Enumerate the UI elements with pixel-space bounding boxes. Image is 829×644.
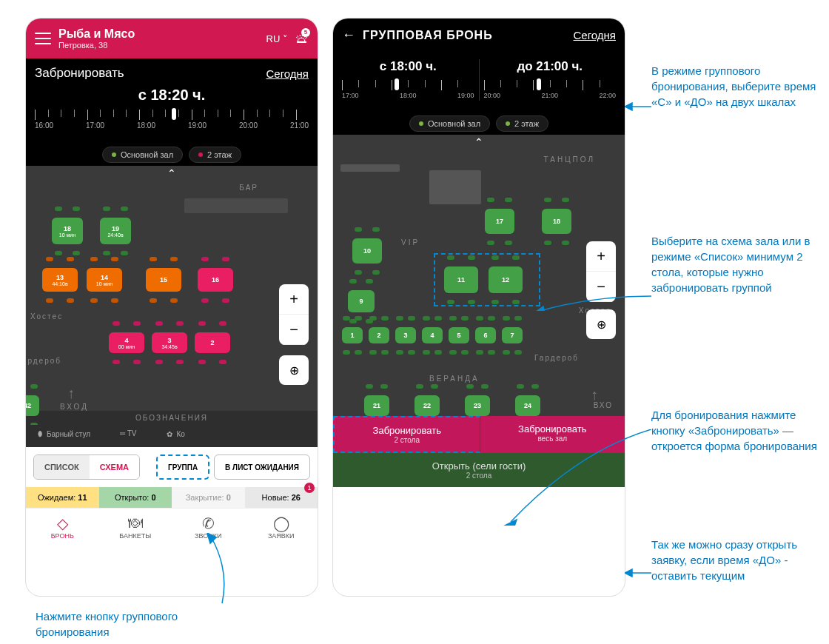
table-5[interactable]: 5 xyxy=(449,327,469,343)
header: Рыба и Мясо Петровка, 38 RU ˅ 🛎5 xyxy=(26,19,318,58)
stat-new[interactable]: Новые: 261 xyxy=(245,487,318,508)
hall-main[interactable]: Основной зал xyxy=(102,147,183,163)
table-3[interactable]: 334:45в xyxy=(152,332,187,353)
banquet-icon: 🍽 xyxy=(99,514,172,532)
from-time: с 18:00 ч. xyxy=(342,59,474,74)
hall-chips: Основной зал 2 этаж xyxy=(26,139,318,166)
collapse-icon[interactable]: ⌃ xyxy=(26,166,318,181)
view-list[interactable]: СПИСОК xyxy=(34,455,90,479)
today-link[interactable]: Сегодня xyxy=(266,67,309,80)
page-title: ГРУППОВАЯ БРОНЬ xyxy=(363,29,574,42)
bell-icon[interactable]: 🛎5 xyxy=(295,31,309,47)
table-42[interactable]: 42 xyxy=(26,395,39,416)
table-24[interactable]: 24 xyxy=(515,395,540,416)
arrow xyxy=(200,533,244,607)
table-4[interactable]: 4 xyxy=(422,327,443,343)
arrow-icon: ↑ xyxy=(591,386,598,403)
stat-waiting[interactable]: Ожидаем: 11 xyxy=(26,487,99,508)
bar-label: БАР xyxy=(239,184,258,192)
arrow xyxy=(533,281,651,311)
floor-plan[interactable]: БАР Хостес Гардероб ВХОД ↑ + − ⊕ ОБОЗНАЧ… xyxy=(26,181,318,425)
nav-banquets[interactable]: 🍽БАНКЕТЫ xyxy=(99,509,172,547)
hall-main[interactable]: Основной зал xyxy=(409,115,490,132)
legend: ⬮ Барный стул ═ TV ✿ Ко xyxy=(26,425,318,447)
to-marker[interactable] xyxy=(537,78,541,90)
table-2[interactable]: 2 xyxy=(369,327,389,343)
zoom-controls: + − xyxy=(279,284,309,345)
header: ← ГРУППОВАЯ БРОНЬ Сегодня xyxy=(333,19,625,52)
time-marker[interactable] xyxy=(172,108,176,120)
svg-marker-0 xyxy=(207,533,216,543)
table-4[interactable]: 400 мин xyxy=(109,332,144,353)
zoom-in[interactable]: + xyxy=(586,241,616,272)
locate-button[interactable]: ⊕ xyxy=(279,355,309,385)
book-heading: Забронировать xyxy=(35,66,124,81)
zoom-in[interactable]: + xyxy=(279,284,309,315)
nav-booking[interactable]: ◇БРОНЬ xyxy=(26,509,99,547)
stat-open[interactable]: Открыто: 0 xyxy=(99,487,172,508)
from-ruler[interactable]: 17:0018:0019:00 xyxy=(342,80,474,101)
locate-button[interactable]: ⊕ xyxy=(586,309,616,339)
table-21[interactable]: 21 xyxy=(364,395,389,416)
action-buttons: СПИСОК СХЕМА ГРУППА В ЛИСТ ОЖИДАНИЯ xyxy=(26,447,318,487)
table-10[interactable]: 10 xyxy=(352,238,382,264)
hostess-label: Хостес xyxy=(30,312,63,321)
group-button[interactable]: ГРУППА xyxy=(156,455,209,480)
vip-label: VIP xyxy=(401,238,420,246)
phone-icon: ✆ xyxy=(172,514,245,532)
table-1[interactable]: 1 xyxy=(342,327,363,343)
table-7[interactable]: 7 xyxy=(502,327,523,343)
veranda-label: ВЕРАНДА xyxy=(429,375,480,383)
from-marker[interactable] xyxy=(395,78,399,90)
legend-heading: ОБОЗНАЧЕНИЯ xyxy=(26,411,318,425)
address: Петровка, 38 xyxy=(58,41,266,50)
svg-marker-3 xyxy=(505,520,517,526)
nav-requests[interactable]: ◯ЗАЯВКИ xyxy=(245,509,318,547)
app-title: Рыба и Мясо xyxy=(58,27,266,41)
table-3[interactable]: 3 xyxy=(395,327,416,343)
svg-marker-1 xyxy=(625,103,632,110)
menu-icon[interactable] xyxy=(35,33,51,44)
table-14[interactable]: 1410 мин xyxy=(87,268,122,292)
svg-marker-4 xyxy=(625,569,632,577)
stat-closed[interactable]: Закрытие: 0 xyxy=(172,487,245,508)
table-9[interactable]: 9 xyxy=(348,290,375,312)
svg-marker-2 xyxy=(533,306,545,311)
table-12[interactable]: 12 xyxy=(489,266,523,293)
back-icon[interactable]: ← xyxy=(342,27,355,43)
table-22[interactable]: 22 xyxy=(414,395,440,416)
today-link[interactable]: Сегодня xyxy=(574,29,617,41)
bottom-nav: ◇БРОНЬ 🍽БАНКЕТЫ ✆ЗВОНКИ ◯ЗАЯВКИ xyxy=(26,508,318,547)
arrow xyxy=(503,429,651,526)
table-18[interactable]: 18 xyxy=(542,209,571,234)
table-16[interactable]: 16 xyxy=(198,268,233,292)
table-13[interactable]: 1344:10в xyxy=(42,268,78,292)
table-2[interactable]: 2 xyxy=(195,332,230,353)
arrow xyxy=(625,568,651,577)
table-11[interactable]: 11 xyxy=(444,266,478,293)
table-18[interactable]: 1810 мин xyxy=(52,218,83,244)
hall-chips: Основной зал 2 этаж xyxy=(333,108,625,135)
table-6[interactable]: 6 xyxy=(475,327,496,343)
table-15[interactable]: 15 xyxy=(146,268,181,292)
annotation-1: Нажмите кнопку группового бронирования xyxy=(36,608,206,640)
hall-floor2[interactable]: 2 этаж xyxy=(189,147,241,163)
table-23[interactable]: 23 xyxy=(465,395,490,416)
book-selected-button[interactable]: Забронировать2 стола xyxy=(333,416,480,453)
annotation-2: В режиме группового бронирования, выбери… xyxy=(651,63,822,110)
zoom-out[interactable]: − xyxy=(279,315,309,345)
booking-icon: ◇ xyxy=(26,514,99,532)
to-ruler[interactable]: 20:0021:0022:00 xyxy=(484,80,617,101)
annotation-5: Так же можно сразу открыть заявку, если … xyxy=(651,537,822,583)
arrow xyxy=(625,102,651,111)
hall-floor2[interactable]: 2 этаж xyxy=(496,115,548,132)
time-ruler[interactable]: 16:0017:0018:0019:0020:0021:00 xyxy=(35,110,309,132)
entrance-label: ВХОД xyxy=(60,403,89,411)
table-17[interactable]: 17 xyxy=(485,209,514,234)
waitlist-button[interactable]: В ЛИСТ ОЖИДАНИЯ xyxy=(214,455,310,480)
view-scheme[interactable]: СХЕМА xyxy=(90,455,139,479)
lang-selector[interactable]: RU ˅ xyxy=(266,33,288,44)
table-19[interactable]: 1924:40в xyxy=(100,218,131,244)
view-toggle: СПИСОК СХЕМА xyxy=(33,455,140,480)
collapse-icon[interactable]: ⌃ xyxy=(333,135,625,150)
